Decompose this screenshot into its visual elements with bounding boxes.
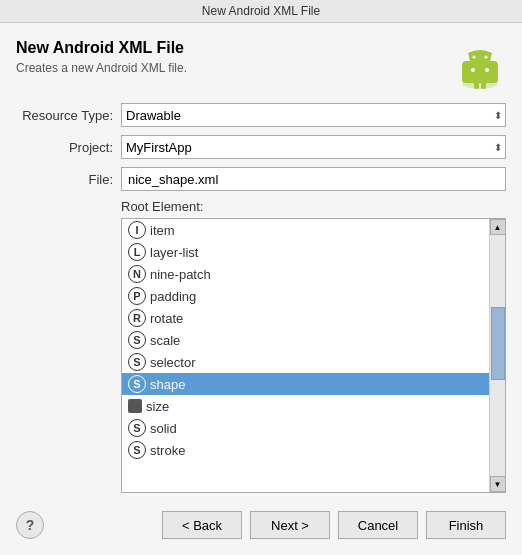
list-item-label: nine-patch — [150, 267, 211, 282]
next-button[interactable]: Next > — [250, 511, 330, 539]
list-item-icon: S — [128, 353, 146, 371]
scroll-up-button[interactable]: ▲ — [490, 219, 506, 235]
scrollbar-thumb[interactable] — [491, 307, 505, 379]
svg-point-8 — [473, 56, 476, 59]
project-select-wrapper: MyFirstApp — [121, 135, 506, 159]
list-items-scroll[interactable]: IitemLlayer-listNnine-patchPpaddingRrota… — [122, 219, 489, 492]
button-row: ? < Back Next > Cancel Finish — [16, 503, 506, 539]
scroll-down-button[interactable]: ▼ — [490, 476, 506, 492]
list-item[interactable]: Sscale — [122, 329, 489, 351]
file-input[interactable] — [121, 167, 506, 191]
list-item[interactable]: Sstroke — [122, 439, 489, 461]
list-item-icon: R — [128, 309, 146, 327]
resource-type-select[interactable]: Drawable — [121, 103, 506, 127]
svg-rect-7 — [481, 79, 486, 89]
title-bar: New Android XML File — [0, 0, 522, 23]
finish-button[interactable]: Finish — [426, 511, 506, 539]
list-item-label: size — [146, 399, 169, 414]
list-item-icon: I — [128, 221, 146, 239]
resource-type-row: Resource Type: Drawable — [16, 103, 506, 127]
project-label: Project: — [16, 140, 121, 155]
help-button[interactable]: ? — [16, 511, 44, 539]
root-element-label: Root Element: — [121, 199, 506, 214]
file-label: File: — [16, 172, 121, 187]
list-item-icon: S — [128, 375, 146, 393]
svg-point-9 — [485, 56, 488, 59]
list-item-label: solid — [150, 421, 177, 436]
list-item-icon: S — [128, 331, 146, 349]
list-item-label: selector — [150, 355, 196, 370]
list-item-icon: S — [128, 419, 146, 437]
resource-type-select-wrapper: Drawable — [121, 103, 506, 127]
list-item[interactable]: Sshape — [122, 373, 489, 395]
resource-type-label: Resource Type: — [16, 108, 121, 123]
list-item[interactable]: Nnine-patch — [122, 263, 489, 285]
project-select[interactable]: MyFirstApp — [121, 135, 506, 159]
list-item-label: padding — [150, 289, 196, 304]
list-item[interactable]: Ssolid — [122, 417, 489, 439]
svg-rect-1 — [462, 61, 498, 83]
list-item-label: layer-list — [150, 245, 198, 260]
list-item[interactable]: Ppadding — [122, 285, 489, 307]
file-row: File: — [16, 167, 506, 191]
header-row: New Android XML File Creates a new Andro… — [16, 39, 506, 91]
file-input-wrapper — [121, 167, 506, 191]
svg-rect-4 — [462, 67, 467, 79]
list-item[interactable]: Sselector — [122, 351, 489, 373]
scrollbar: ▲ ▼ — [489, 219, 505, 492]
android-logo-icon — [454, 39, 506, 91]
page-title: New Android XML File — [16, 39, 187, 57]
list-item-icon: P — [128, 287, 146, 305]
list-item-icon: N — [128, 265, 146, 283]
list-item-label: rotate — [150, 311, 183, 326]
page-subtitle: Creates a new Android XML file. — [16, 61, 187, 75]
title-bar-label: New Android XML File — [202, 4, 320, 18]
svg-rect-6 — [474, 79, 479, 89]
project-row: Project: MyFirstApp — [16, 135, 506, 159]
list-item-icon — [128, 399, 142, 413]
cancel-button[interactable]: Cancel — [338, 511, 418, 539]
scrollbar-track — [490, 235, 505, 476]
back-button[interactable]: < Back — [162, 511, 242, 539]
root-element-list: IitemLlayer-listNnine-patchPpaddingRrota… — [121, 218, 506, 493]
list-item[interactable]: size — [122, 395, 489, 417]
list-item[interactable]: Llayer-list — [122, 241, 489, 263]
header-text: New Android XML File Creates a new Andro… — [16, 39, 187, 75]
svg-rect-5 — [493, 67, 498, 79]
list-item-icon: S — [128, 441, 146, 459]
list-item-icon: L — [128, 243, 146, 261]
list-item-label: scale — [150, 333, 180, 348]
list-item-label: stroke — [150, 443, 185, 458]
list-item[interactable]: Iitem — [122, 219, 489, 241]
svg-point-3 — [485, 68, 489, 72]
list-item-label: item — [150, 223, 175, 238]
list-item-label: shape — [150, 377, 185, 392]
dialog: New Android XML File Creates a new Andro… — [0, 23, 522, 555]
list-item[interactable]: Rrotate — [122, 307, 489, 329]
svg-point-2 — [471, 68, 475, 72]
